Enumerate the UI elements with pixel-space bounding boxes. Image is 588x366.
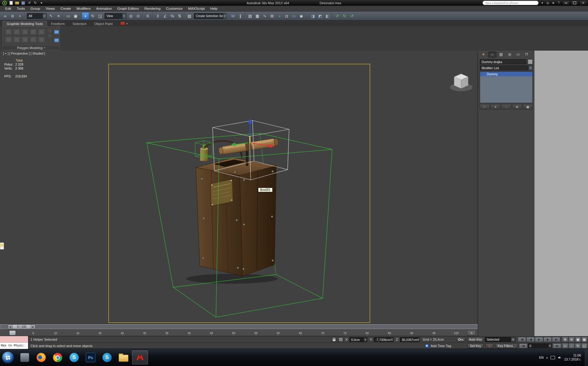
menu-modifiers[interactable]: Modifiers <box>74 6 94 11</box>
time-slider-button[interactable]: 0 / 100 <box>13 325 31 329</box>
help-icon[interactable]: ? <box>556 1 561 5</box>
previous-key-button[interactable]: |◀ <box>519 343 527 348</box>
select-and-scale-icon[interactable]: ◲ <box>96 12 104 20</box>
start-button[interactable] <box>2 351 14 364</box>
preview-selection-icon[interactable] <box>38 36 45 43</box>
open-mini-curve-editor-button[interactable]: ∿ <box>467 330 476 336</box>
y-coordinate-field[interactable]: -7,7306cm <box>374 337 393 342</box>
modifier-stack-row[interactable]: Dummy <box>480 72 532 76</box>
material-editor-icon[interactable]: ◑ <box>276 12 283 20</box>
volume-tray-icon[interactable] <box>558 356 561 359</box>
select-and-manipulate-icon[interactable]: ⊙ <box>134 12 142 20</box>
taskbar-skype-2[interactable]: S <box>99 350 115 364</box>
unlink-selection-icon[interactable]: ⊘ <box>9 12 16 20</box>
play-button[interactable]: ▶ <box>535 337 543 342</box>
ribbon-tab-freeform[interactable]: Freeform <box>47 21 69 26</box>
schematic-view-icon[interactable]: ⊞ <box>268 12 276 20</box>
restore-button[interactable] <box>571 0 578 5</box>
shrink-selection-icon[interactable] <box>29 36 37 43</box>
zoom-button[interactable]: ⊕ <box>562 337 568 342</box>
communication-center-icon[interactable]: ◎ <box>545 1 550 5</box>
rendered-frame-window-icon[interactable]: ▭ <box>290 12 298 20</box>
grow-selection-icon[interactable] <box>21 36 29 43</box>
taskbar-firefox[interactable] <box>33 350 49 364</box>
z-axis-arrow[interactable] <box>248 118 252 124</box>
menu-create[interactable]: Create <box>58 6 74 11</box>
refresh-loop-2-icon[interactable]: ↻ <box>341 12 348 20</box>
mini-listener-macro-line[interactable] <box>0 336 28 343</box>
element-mode-icon[interactable] <box>38 28 45 35</box>
mirror-icon[interactable]: M <box>229 12 237 20</box>
vertex-mode-icon[interactable] <box>5 28 13 35</box>
selection-filter-dropdown[interactable]: All▼ <box>27 13 47 19</box>
pan-button[interactable]: ⇔ <box>568 343 575 349</box>
remove-modifier-icon[interactable]: ⊘ <box>512 104 522 109</box>
toolbar-extra-1-icon[interactable]: ◨ <box>309 12 317 20</box>
graphite-ribbon-toggle-icon[interactable]: ▦ <box>254 12 261 20</box>
menu-views[interactable]: Views <box>43 6 58 11</box>
next-frame-button[interactable]: |▶ <box>543 337 552 342</box>
menu-animation[interactable]: Animation <box>93 6 114 11</box>
menu-group[interactable]: Group <box>28 6 43 11</box>
menu-help[interactable]: Help <box>207 6 220 11</box>
create-tab-icon[interactable]: ∗ <box>479 52 487 57</box>
select-object-icon[interactable]: ↖ <box>48 12 55 20</box>
minimize-button[interactable] <box>562 0 570 5</box>
frame-spinner[interactable] <box>548 344 551 348</box>
ribbon-tab-object-paint[interactable]: Object Paint <box>90 21 117 26</box>
show-desktop-button[interactable] <box>585 349 588 366</box>
menu-customize[interactable]: Customize <box>163 6 185 11</box>
polygon-modeling-panel-header[interactable]: Polygon Modeling ▾ <box>3 45 59 50</box>
viewport-label[interactable]: [ + ] [ Perspective ] [ Shaded ] <box>3 52 45 55</box>
auto-key-button[interactable]: Auto Key <box>467 337 484 342</box>
x-coordinate-field[interactable]: 0,0cm <box>350 337 367 342</box>
manage-layers-icon[interactable]: ▤ <box>246 12 254 20</box>
object-color-swatch[interactable] <box>528 59 533 64</box>
maximize-viewport-button[interactable]: ◱ <box>581 343 587 349</box>
new-scene-icon[interactable] <box>8 1 14 5</box>
clock[interactable]: 11:06 13.7.2018 г. <box>564 353 582 361</box>
default-tangents-button[interactable]: ∿ <box>486 343 493 348</box>
ribbon-display-toggle[interactable]: ▾ <box>120 22 127 26</box>
orbit-button[interactable]: ↻ <box>575 343 581 349</box>
menu-graph-editors[interactable]: Graph Editors <box>114 6 142 11</box>
use-pivot-point-center-icon[interactable]: ◎ <box>127 12 134 20</box>
go-to-end-button[interactable]: ▶| <box>552 337 560 342</box>
modify-tab-icon[interactable]: ∩ <box>488 52 497 58</box>
menu-edit[interactable]: Edit <box>2 6 14 11</box>
set-keys-button[interactable] <box>456 337 465 342</box>
hierarchy-tab-icon[interactable]: ▤ <box>497 52 505 57</box>
hidden-icons-button[interactable]: ▴ <box>546 356 548 359</box>
add-time-tag[interactable]: Add Time Tag <box>431 343 451 349</box>
track-bar[interactable]: ∿ 05101520253035404550556065707580859095… <box>0 329 478 336</box>
previous-frame-button[interactable]: ◀| <box>526 337 535 342</box>
maxscript-mini-listener[interactable]: Max to Physc: <box>0 336 28 349</box>
align-icon[interactable]: ∥ <box>237 12 244 20</box>
bind-to-space-warp-icon[interactable]: ≈ <box>16 12 23 20</box>
object-name-field[interactable]: Dummy drajka <box>480 59 526 64</box>
select-and-move-icon[interactable]: + <box>82 12 89 20</box>
menu-tools[interactable]: Tools <box>14 6 28 11</box>
application-menu-button[interactable] <box>2 0 7 5</box>
z-spinner[interactable] <box>418 338 419 342</box>
polygon-mode-icon[interactable] <box>29 28 37 35</box>
time-slider[interactable]: ◀ 0 / 100 ▶ <box>0 324 478 329</box>
display-tray-icon[interactable] <box>550 356 555 359</box>
menu-maxscript[interactable]: MAXScript <box>185 6 207 11</box>
key-filters-button[interactable]: Key Filters... <box>495 343 518 348</box>
motion-tab-icon[interactable]: ◎ <box>506 52 514 57</box>
modifier-list-dropdown[interactable]: Modifier List ▼ <box>480 65 533 70</box>
modifier-stack[interactable]: Dummy <box>480 71 533 103</box>
display-tab-icon[interactable]: ▭ <box>514 52 522 57</box>
x-spinner[interactable] <box>364 338 367 342</box>
pin-stack-icon[interactable]: ⊢ <box>480 104 490 109</box>
curve-editor-icon[interactable]: ∿ <box>261 12 268 20</box>
taskbar-folder[interactable] <box>116 350 131 364</box>
zoom-extents-all-button[interactable]: ▦ <box>581 337 587 342</box>
absolute-offset-toggle[interactable] <box>338 337 343 342</box>
current-frame-field[interactable]: 0 <box>528 343 552 348</box>
zoom-region-button[interactable]: ▭ <box>562 343 568 349</box>
ribbon-tab-selection[interactable]: Selection <box>69 21 90 26</box>
selection-lock-toggle[interactable] <box>331 337 337 342</box>
make-unique-icon[interactable]: ∴ <box>501 104 511 109</box>
